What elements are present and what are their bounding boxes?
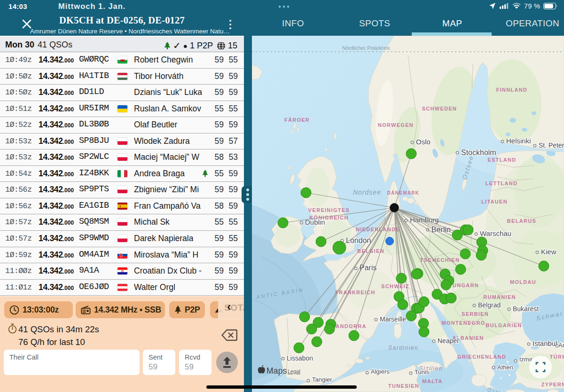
- svg-text:MOLDAU: MOLDAU: [510, 279, 536, 285]
- svg-text:Neapel: Neapel: [438, 337, 458, 345]
- svg-text:Tangier: Tangier: [312, 376, 332, 383]
- svg-text:Bukarest: Bukarest: [513, 305, 539, 313]
- svg-text:Legal: Legal: [288, 368, 300, 374]
- svg-text:SCHWEIZ: SCHWEIZ: [381, 283, 409, 289]
- svg-text:UNGARN: UNGARN: [453, 282, 479, 288]
- svg-text:Oslo: Oslo: [416, 138, 431, 146]
- svg-text:ANDORRA: ANDORRA: [336, 323, 366, 329]
- svg-text:VEREINIGTES: VEREINIGTES: [308, 207, 350, 213]
- svg-text:MONTENEGRO: MONTENEGRO: [441, 320, 485, 326]
- svg-text:LETTLAND: LETTLAND: [486, 180, 517, 186]
- svg-text:FÄROER: FÄROER: [284, 117, 310, 123]
- svg-text:SCHWEDEN: SCHWEDEN: [422, 106, 457, 111]
- svg-text:DÄNEMARK: DÄNEMARK: [387, 190, 420, 196]
- svg-text:BELARUS: BELARUS: [507, 218, 536, 224]
- svg-text:FINNLAND: FINNLAND: [496, 87, 528, 93]
- svg-text:Marseille: Marseille: [380, 315, 406, 323]
- svg-text:RUMÄNIEN: RUMÄNIEN: [483, 294, 516, 300]
- svg-text:FRANKREICH: FRANKREICH: [335, 290, 376, 295]
- svg-text:LITAUEN: LITAUEN: [481, 199, 508, 204]
- svg-text:Stockholm: Stockholm: [461, 149, 496, 157]
- svg-text:Nördlicher Polarkreis: Nördlicher Polarkreis: [342, 45, 391, 51]
- svg-text:SERBIEN: SERBIEN: [462, 311, 489, 317]
- svg-text:Helsinki: Helsinki: [506, 137, 531, 145]
- svg-text:St. Petersb: St. Petersb: [539, 141, 564, 149]
- svg-text:Athen: Athen: [497, 364, 513, 371]
- svg-text:Sardinien: Sardinien: [388, 345, 418, 351]
- svg-text:Belgrad: Belgrad: [478, 301, 501, 309]
- svg-text:Tunis: Tunis: [415, 368, 430, 376]
- svg-text:Warschau: Warschau: [480, 229, 511, 237]
- svg-text:Lissabon: Lissabon: [287, 354, 313, 362]
- svg-text:ZYPERN: ZYPERN: [541, 382, 564, 387]
- svg-text:Maps: Maps: [266, 366, 287, 376]
- svg-text:GRIECHENLAND: GRIECHENLAND: [457, 354, 506, 360]
- svg-text:Ank: Ank: [558, 342, 564, 349]
- svg-text:TÜRKEI: TÜRKEI: [550, 354, 564, 360]
- svg-text:Istanbul: Istanbul: [533, 339, 557, 347]
- svg-text:MALTA: MALTA: [422, 378, 442, 384]
- svg-text:Nordsee: Nordsee: [353, 188, 381, 196]
- svg-text:NORWEGEN: NORWEGEN: [378, 122, 414, 128]
- svg-text:Kiew: Kiew: [541, 248, 556, 256]
- svg-text:Algiers: Algiers: [371, 368, 390, 375]
- svg-text:TUNESIEN: TUNESIEN: [388, 383, 419, 389]
- svg-text:BULGARIEN: BULGARIEN: [486, 322, 522, 328]
- svg-text:ESTLAND: ESTLAND: [487, 157, 516, 163]
